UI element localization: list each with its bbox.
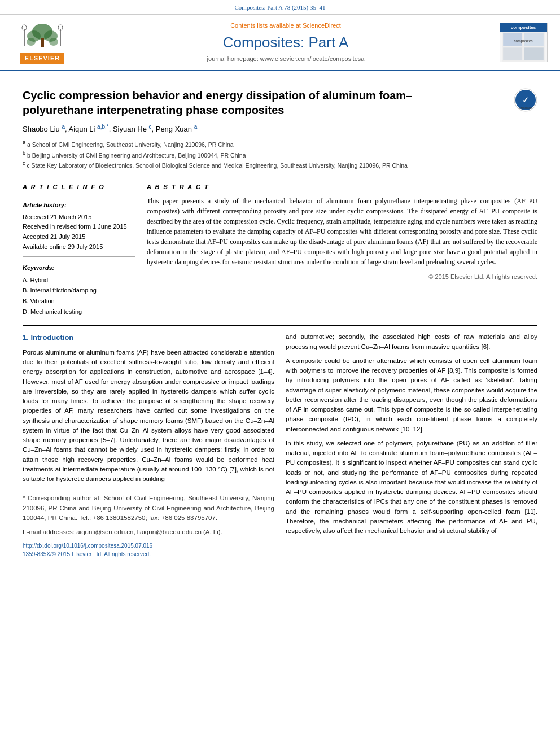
- sciencedirect-line: Contents lists available at ScienceDirec…: [79, 21, 492, 30]
- doi-link-1: http://dx.doi.org/10.1016/j.compositesa.…: [23, 541, 274, 550]
- doi-links: http://dx.doi.org/10.1016/j.compositesa.…: [23, 541, 274, 558]
- author-aiqun: Aiqun Li a,b,*: [68, 125, 108, 133]
- journal-citation: Composites: Part A 78 (2015) 35–41: [234, 4, 325, 11]
- svg-rect-15: [524, 48, 544, 61]
- body-divider: [23, 325, 537, 326]
- elsevier-tree-icon: [20, 20, 65, 51]
- body-right-column: and automotive; secondly, the associated…: [286, 332, 537, 558]
- composites-logo-icon: composites: [501, 32, 546, 62]
- corresponding-author-footnote: * Corresponding author at: School of Civ…: [23, 493, 274, 523]
- elsevier-logo: ELSEVIER: [20, 20, 65, 64]
- body-section: 1. Introduction Porous aluminums or alum…: [23, 332, 537, 558]
- received-date: Received 21 March 2015: [23, 212, 135, 222]
- intro-paragraph-4: In this study, we selected one of polyme…: [286, 439, 537, 536]
- sciencedirect-name: ScienceDirect: [303, 22, 341, 29]
- elsevier-label: ELSEVIER: [20, 53, 64, 64]
- email-footnote: E-mail addresses: aiqunli@seu.edu.cn, li…: [23, 527, 274, 537]
- author-shaobo: Shaobo Liu a: [23, 125, 65, 133]
- article-history: Article history: Received 21 March 2015 …: [23, 201, 135, 252]
- body-left-column: 1. Introduction Porous aluminums or alum…: [23, 332, 274, 558]
- available-date: Available online 29 July 2015: [23, 242, 135, 252]
- affiliation-a: a a School of Civil Engineering, Southea…: [23, 139, 537, 149]
- journal-homepage: journal homepage: www.elsevier.com/locat…: [79, 55, 492, 63]
- journal-citation-bar: Composites: Part A 78 (2015) 35–41: [0, 0, 560, 15]
- intro-section-title: 1. Introduction: [23, 332, 274, 343]
- abstract-heading: A B S T R A C T: [147, 183, 537, 191]
- copyright: © 2015 Elsevier Ltd. All rights reserved…: [147, 273, 537, 281]
- affiliations: a a School of Civil Engineering, Southea…: [23, 139, 537, 170]
- journal-title: Composites: Part A: [79, 32, 492, 53]
- article-info-divider: [23, 196, 135, 196]
- composites-logo-label: composites: [500, 23, 547, 32]
- authors-line: Shaobo Liu a, Aiqun Li a,b,*, Siyuan He …: [23, 123, 537, 135]
- keyword-3: B. Vibration: [23, 296, 135, 307]
- affiliation-c: c c State Key Laboratory of Bioelectroni…: [23, 160, 537, 170]
- keywords-section: Keywords: A. Hybrid B. Internal friction…: [23, 264, 135, 317]
- svg-text:✓: ✓: [522, 95, 529, 104]
- article-info-abstract-row: A R T I C L E I N F O Article history: R…: [23, 183, 537, 317]
- composites-logo-area: composites composites: [498, 23, 549, 62]
- svg-rect-4: [41, 38, 44, 47]
- crossmark-area: ✓ CrossMark: [514, 88, 537, 115]
- svg-point-6: [49, 38, 58, 46]
- history-label: Article history:: [23, 201, 135, 209]
- svg-text:composites: composites: [514, 39, 533, 43]
- accepted-date: Accepted 21 July 2015: [23, 232, 135, 242]
- keyword-4: D. Mechanical testing: [23, 307, 135, 317]
- keyword-2: B. Internal friction/damping: [23, 285, 135, 296]
- abstract-text: This paper presents a study of the mecha…: [147, 196, 537, 267]
- header-divider: [23, 176, 537, 176]
- svg-rect-14: [503, 48, 522, 61]
- sciencedirect-prefix: Contents lists available at: [230, 22, 303, 29]
- article-info-heading: A R T I C L E I N F O: [23, 183, 135, 191]
- article-info-column: A R T I C L E I N F O Article history: R…: [23, 183, 135, 317]
- journal-header: ELSEVIER Contents lists available at Sci…: [0, 15, 560, 71]
- main-content: Cyclic compression behavior and energy d…: [0, 71, 560, 567]
- author-peng: Peng Xuan a: [156, 125, 198, 133]
- svg-point-5: [27, 38, 36, 46]
- keywords-divider: [23, 256, 135, 257]
- journal-title-area: Contents lists available at ScienceDirec…: [79, 21, 492, 64]
- svg-text:CrossMark: CrossMark: [519, 106, 533, 110]
- author-siyuan: Siyuan He c: [113, 125, 152, 133]
- intro-paragraph-3: A composite could be another alternative…: [286, 356, 537, 434]
- intro-paragraph-2: and automotive; secondly, the associated…: [286, 332, 537, 352]
- doi-link-2: 1359-835X/© 2015 Elsevier Ltd. All right…: [23, 550, 274, 558]
- composites-journal-logo: composites composites: [500, 23, 548, 62]
- footnote-area: * Corresponding author at: School of Civ…: [23, 490, 274, 537]
- publisher-logo-area: ELSEVIER: [11, 20, 73, 64]
- keywords-label: Keywords:: [23, 264, 135, 272]
- revised-date: Received in revised form 1 June 2015: [23, 222, 135, 232]
- title-area: Cyclic compression behavior and energy d…: [23, 88, 537, 117]
- keyword-1: A. Hybrid: [23, 275, 135, 286]
- crossmark-icon: ✓ CrossMark: [514, 88, 537, 112]
- intro-paragraph-1: Porous aluminums or aluminum foams (AF) …: [23, 348, 274, 484]
- abstract-column: A B S T R A C T This paper presents a st…: [147, 183, 537, 317]
- affiliation-b: b b Beijing University of Civil Engineer…: [23, 150, 537, 160]
- paper-title: Cyclic compression behavior and energy d…: [23, 88, 463, 117]
